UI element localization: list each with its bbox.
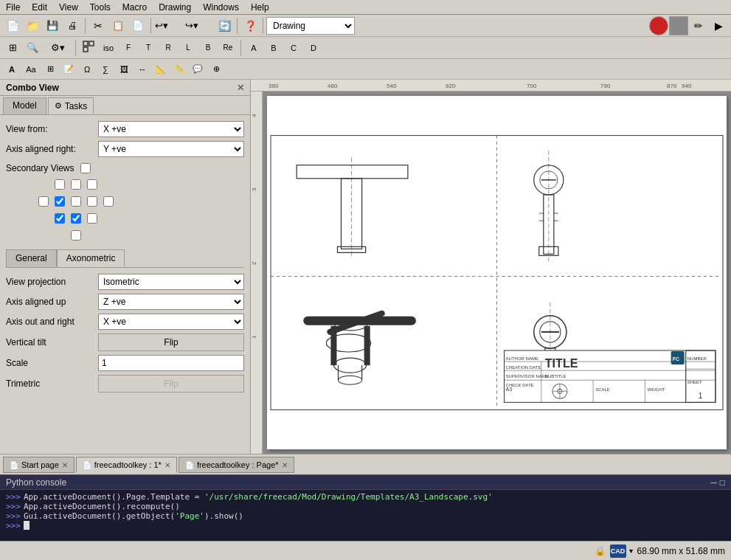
cb-1-1[interactable] [55,196,65,207]
tb-view-3[interactable]: C [284,38,303,58]
cb-0-0[interactable] [55,179,65,190]
cb-1-3[interactable] [87,196,97,207]
svg-text:NUMBER: NUMBER [687,356,707,361]
tb-table[interactable]: ⊞ [41,61,59,78]
tb-cut[interactable]: ✂ [89,16,108,35]
scale-input[interactable] [98,355,244,371]
sub-tab-general[interactable]: General [6,249,57,267]
cb-2-2[interactable] [87,213,97,224]
menu-windows[interactable]: Windows [197,1,245,14]
tb-bottom-view[interactable]: B [198,38,218,58]
console-line-4[interactable]: >>> [6,521,725,530]
panel-scroll-area: View from: X +ve Axis aligned right: Y +… [0,115,250,454]
tb-image[interactable]: 🖼 [115,61,133,78]
tb-stop[interactable] [669,16,688,35]
console-cursor[interactable] [24,521,30,530]
tb-save[interactable]: 💾 [43,16,62,35]
freecad-page-close[interactable]: ✕ [282,461,288,469]
tb-redo[interactable]: ↪▾ [184,16,214,35]
flip-button-2[interactable]: Flip [98,375,244,393]
tb-constraint[interactable]: 📐 [152,61,170,78]
drawing-tab-freecad-page[interactable]: 📄 freecadtoolkey : Page* ✕ [179,457,294,473]
tb-top-view[interactable]: T [139,38,158,58]
tb-measure[interactable]: 📏 [170,61,188,78]
tb-undo[interactable]: ↩▾ [154,16,184,35]
tb-formula[interactable]: ∑ [97,61,114,78]
cb-2-0[interactable] [55,213,65,224]
tb-edit-macro[interactable]: ✏ [689,16,708,35]
svg-text:SHEET: SHEET [687,380,702,384]
tb-paste[interactable]: 📄 [128,16,148,35]
tb-rear-view[interactable]: Re [218,38,238,58]
console-minimize[interactable]: ─ [710,477,717,488]
menu-drawing[interactable]: Drawing [153,1,197,14]
menu-view[interactable]: View [53,1,84,14]
status-bar: 🔒 CAD ▾ 68.90 mm x 51.68 mm [0,541,731,560]
freecad-1-label: freecadtoolkey : 1* [94,460,162,469]
cb-0-2[interactable] [87,179,97,190]
cb-1-4[interactable] [103,196,114,207]
console-body[interactable]: >>> App.activeDocument().Page.Template =… [0,490,731,541]
menu-file[interactable]: File [0,1,26,14]
tb-front-view[interactable]: F [119,38,138,58]
tb-view-4[interactable]: D [304,38,323,58]
axis-aligned-right-select[interactable]: Y +ve [98,141,244,157]
tb-print[interactable]: 🖨 [63,16,82,35]
workbench-dropdown[interactable]: Drawing [266,17,355,35]
tb-view-2[interactable]: B [264,38,283,58]
drawing-tab-start[interactable]: 📄 Start page ✕ [3,457,75,473]
tb-draw-style[interactable]: ⚙▾ [43,38,72,58]
menu-edit[interactable]: Edit [26,1,53,14]
tb-symbol[interactable]: Ω [78,61,96,78]
tab-tasks[interactable]: ⚙ Tasks [48,97,94,114]
cb-1-2[interactable] [71,196,81,207]
tb-refresh[interactable]: 🔄 [215,16,234,35]
tb-text-a[interactable]: A [3,61,21,78]
drawing-area[interactable]: 380 460 540 620 700 790 870 940 4 3 2 1 [251,80,731,454]
tb-help[interactable]: ❓ [240,16,260,35]
console-prompt-3: >>> [6,511,21,521]
cb-1-0[interactable] [38,196,49,207]
tb-dim[interactable]: ↔ [134,61,151,78]
cb-0-1[interactable] [71,179,81,190]
tb-open[interactable]: 📁 [23,16,42,35]
menu-tools[interactable]: Tools [84,1,117,14]
tb-play-macro[interactable]: ▶ [709,16,728,35]
tb-fit-selection[interactable]: 🔍 [23,38,42,58]
cb-3-0[interactable] [71,230,81,241]
tb-annotation[interactable]: 📝 [60,61,77,78]
tb-font-size[interactable]: Aa [21,61,41,78]
menu-macro[interactable]: Macro [117,1,153,14]
secondary-views-main-checkbox[interactable] [80,163,91,173]
axis-out-and-right-select[interactable]: X +ve [98,314,244,330]
console-maximize[interactable]: □ [720,477,725,488]
console-prompt-4: >>> [6,521,21,530]
tab-model[interactable]: Model [3,97,46,114]
tb-new[interactable]: 📄 [3,16,22,35]
ruler-horizontal: 380 460 540 620 700 790 870 940 [251,80,731,91]
sub-tab-axonometric[interactable]: Axonometric [57,249,125,267]
tb-copy[interactable]: 📋 [108,16,128,35]
drawing-tab-freecad-1[interactable]: 📄 freecadtoolkey : 1* ✕ [76,457,177,473]
axis-aligned-up-select[interactable]: Z +ve [98,294,244,310]
menu-help[interactable]: Help [245,1,275,14]
axis-aligned-up-label: Axis aligned up [6,297,98,307]
tb-view-1[interactable]: A [244,38,263,58]
tb-record-stop[interactable] [649,16,668,35]
combo-close-btn[interactable]: ✕ [237,83,244,93]
tb-std-views[interactable] [79,38,98,58]
trimetric-row: Trimetric Flip [6,375,244,393]
tb-balloon[interactable]: 💬 [189,61,207,78]
cad-indicator[interactable]: CAD ▾ [610,545,633,558]
view-from-select[interactable]: X +ve [98,121,244,137]
tb-iso-view[interactable]: iso [99,38,118,58]
cb-2-1[interactable] [71,213,81,224]
freecad-1-close[interactable]: ✕ [164,461,170,469]
start-page-close[interactable]: ✕ [62,461,68,469]
tb-stamp[interactable]: ⊕ [207,61,225,78]
flip-button-1[interactable]: Flip [98,333,244,351]
tb-right-view[interactable]: R [159,38,178,58]
view-projection-select[interactable]: Isometric [98,274,244,290]
tb-left-view[interactable]: L [179,38,198,58]
tb-fit-all[interactable]: ⊞ [3,38,22,58]
